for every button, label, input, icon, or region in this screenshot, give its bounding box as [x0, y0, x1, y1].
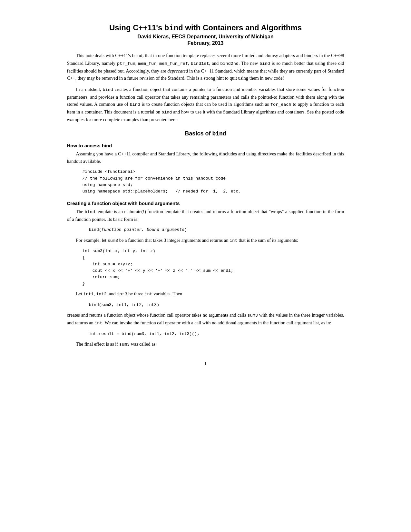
bind-sum3-code: bind(sum3, int1, int2, int3): [89, 302, 344, 308]
subtitle: David Kieras, EECS Department, Universit…: [67, 34, 344, 40]
date: February, 2013: [67, 40, 344, 46]
sum3-code-block: int sum3(int x, int y, int z) { int sum …: [83, 248, 344, 287]
basics-section-heading: Basics of bind: [67, 130, 344, 137]
title-block: Using C++11's bind with Containers and A…: [67, 23, 344, 46]
includes-code-block: #include <functional> // the following a…: [83, 169, 344, 195]
bind-basic-form-code: bind(function pointer, bound arguments): [89, 227, 344, 233]
creating-paragraph-1: The bind template is an elaborate(!) fun…: [67, 208, 344, 223]
creates-paragraph: creates and returns a function object wh…: [67, 311, 344, 327]
bind-code-title: bind: [164, 24, 183, 33]
page-container: Using C++11's bind with Containers and A…: [67, 0, 344, 392]
creating-paragraph-2: For example, let sum3 be a function that…: [67, 237, 344, 244]
main-title: Using C++11's bind with Containers and A…: [67, 23, 344, 33]
subsec-access-heading: How to access bind: [67, 143, 344, 148]
page-number: 1: [67, 361, 344, 366]
intro-paragraph-2: In a nutshell, bind creates a function o…: [67, 86, 344, 123]
intro-paragraph-1: This note deals with C++11's bind, that …: [67, 52, 344, 82]
access-paragraph: Assuming you have a C++11 compiler and S…: [67, 150, 344, 165]
result-code: int result = bind(sum3, int1, int2, int3…: [89, 331, 344, 337]
let-int-text: Let int1, int2, and int3 be three int va…: [67, 290, 344, 298]
subsec-creating-heading: Creating a function object with bound ar…: [67, 201, 344, 206]
final-effect-text: The final effect is as if sum3 was calle…: [67, 340, 344, 348]
